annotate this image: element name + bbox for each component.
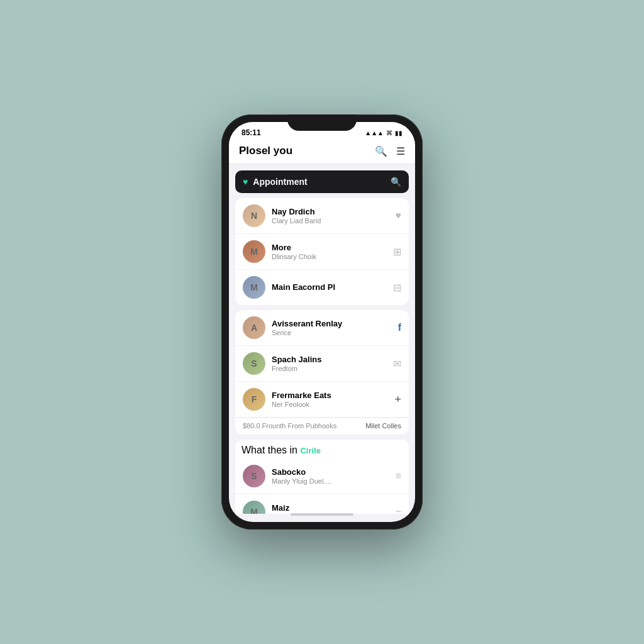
banner-left: ♥ Appointment: [243, 177, 308, 187]
avatar: S: [243, 352, 265, 375]
item-info: More Dlinsary Choik: [272, 243, 387, 260]
banner-title: Appointment: [253, 177, 307, 187]
item-name: Frermarke Eats: [272, 391, 388, 400]
item-sub: Dlinsary Choik: [272, 253, 387, 260]
avatar: S: [243, 465, 265, 487]
list-item[interactable]: M ✓ Maiz Dool Speoph ~: [235, 494, 409, 514]
section3-label: What thes in Cirile: [242, 445, 321, 456]
list-item[interactable]: F Frermarke Eats Ner Feolook +: [235, 382, 409, 418]
appointment-banner[interactable]: ♥ Appointment 🔍: [235, 170, 409, 193]
item-action-mail[interactable]: ✉: [393, 358, 401, 370]
item-info: Nay Drdich Clary Liad Barid: [272, 207, 389, 225]
avatar: M: [243, 240, 265, 263]
item-sub: Serice: [272, 329, 392, 336]
item-sub: Ner Feolook: [272, 401, 388, 408]
list-item[interactable]: M More Dlinsary Choik ⊞: [235, 234, 409, 270]
item-info: Main Eacornd PI: [272, 282, 387, 292]
item-action-grid2[interactable]: ⊟: [393, 282, 401, 294]
item-info: Spach Jalins Fredtom: [272, 355, 387, 372]
avatar: M ✓: [243, 501, 265, 514]
battery-icon: ▮▮: [395, 130, 402, 136]
avatar: M: [243, 276, 265, 299]
item-name: Maiz: [272, 503, 389, 513]
price-text: $80.0 Frounth From Pubhooks: [243, 422, 336, 430]
app-title: Plosel you: [239, 145, 292, 157]
item-action-plus[interactable]: +: [394, 393, 401, 406]
item-name: More: [272, 243, 387, 252]
item-name: Main Eacornd PI: [272, 282, 387, 292]
list-item[interactable]: N Nay Drdich Clary Liad Barid ♥: [235, 198, 409, 234]
avatar: N: [243, 204, 265, 227]
item-action-wave[interactable]: ~: [396, 506, 401, 514]
item-action-grid[interactable]: ⊞: [393, 246, 401, 258]
menu-icon[interactable]: ☰: [396, 145, 405, 157]
item-name: Sabocko: [272, 467, 389, 477]
avatar: F: [243, 388, 265, 411]
cta-text[interactable]: Milet Colles: [365, 422, 401, 430]
item-action-heart[interactable]: ♥: [396, 210, 402, 221]
item-info: Avisserant Renlay Serice: [272, 319, 392, 336]
section3-label-text: What thes in: [242, 445, 297, 455]
section1-card: N Nay Drdich Clary Liad Barid ♥ M More D…: [235, 198, 409, 305]
item-info: Sabocko Manly Yluig Duel....: [272, 467, 389, 485]
item-sub: Manly Yluig Duel....: [272, 477, 389, 485]
section3-card: What thes in Cirile S Sabocko Manly Ylui…: [235, 440, 409, 514]
item-action-f[interactable]: f: [398, 322, 401, 333]
list-item[interactable]: S Spach Jalins Fredtom ✉: [235, 346, 409, 382]
section3-header: What thes in Cirile: [235, 440, 409, 458]
scroll-content[interactable]: ♥ Appointment 🔍 N Nay Drdich Clary Liad …: [229, 164, 415, 514]
home-indicator: [291, 513, 353, 516]
price-row: $80.0 Frounth From Pubhooks Milet Colles: [235, 418, 409, 435]
item-name: Spach Jalins: [272, 355, 387, 364]
item-sub: Clary Liad Barid: [272, 217, 389, 225]
status-icons: ▲▲▲ ⌘ ▮▮: [365, 130, 402, 136]
item-name: Avisserant Renlay: [272, 319, 392, 328]
top-nav: Plosel you 🔍 ☰: [229, 140, 415, 164]
list-item[interactable]: A Avisserant Renlay Serice f: [235, 310, 409, 346]
wifi-icon: ⌘: [386, 130, 392, 136]
list-item[interactable]: M Main Eacornd PI ⊟: [235, 270, 409, 305]
section3-label-green: Cirile: [300, 446, 321, 455]
section2-card: A Avisserant Renlay Serice f S Spach Jal…: [235, 310, 409, 435]
item-action-menu[interactable]: ≡: [396, 470, 401, 482]
heart-icon: ♥: [243, 177, 248, 187]
phone-frame: 85:11 ▲▲▲ ⌘ ▮▮ Plosel you 🔍 ☰: [221, 114, 423, 530]
notch: [287, 114, 357, 131]
search-icon[interactable]: 🔍: [375, 145, 387, 157]
signal-icon: ▲▲▲: [365, 130, 384, 136]
phone-wrapper: 85:11 ▲▲▲ ⌘ ▮▮ Plosel you 🔍 ☰: [221, 114, 423, 530]
list-item[interactable]: S Sabocko Manly Yluig Duel.... ≡: [235, 458, 409, 494]
avatar: A: [243, 316, 265, 339]
item-info: Frermarke Eats Ner Feolook: [272, 391, 388, 408]
item-sub: Fredtom: [272, 365, 387, 372]
item-info: Maiz Dool Speoph: [272, 503, 389, 514]
item-name: Nay Drdich: [272, 207, 389, 216]
status-time: 85:11: [242, 128, 261, 137]
phone-screen: 85:11 ▲▲▲ ⌘ ▮▮ Plosel you 🔍 ☰: [229, 122, 415, 522]
nav-icons: 🔍 ☰: [375, 145, 405, 157]
banner-search-icon[interactable]: 🔍: [391, 177, 401, 187]
